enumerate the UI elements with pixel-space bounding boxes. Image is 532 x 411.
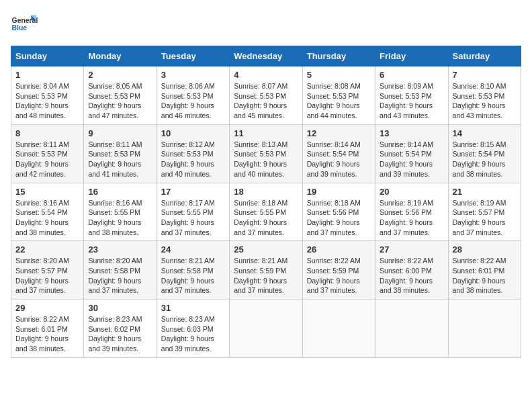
- day-info: Sunrise: 8:12 AMSunset: 5:53 PMDaylight:…: [161, 140, 225, 179]
- calendar-cell: 7Sunrise: 8:10 AMSunset: 5:53 PMDaylight…: [448, 66, 521, 125]
- calendar-cell: [375, 300, 448, 358]
- day-number: 30: [88, 303, 152, 313]
- day-info: Sunrise: 8:14 AMSunset: 5:54 PMDaylight:…: [307, 140, 371, 179]
- calendar-cell: 11Sunrise: 8:13 AMSunset: 5:53 PMDayligh…: [230, 124, 302, 183]
- day-info: Sunrise: 8:22 AMSunset: 6:00 PMDaylight:…: [380, 256, 443, 295]
- calendar-cell: 2Sunrise: 8:05 AMSunset: 5:53 PMDaylight…: [84, 66, 157, 125]
- calendar-cell: 9Sunrise: 8:11 AMSunset: 5:53 PMDaylight…: [84, 124, 157, 183]
- weekday-header-friday: Friday: [375, 46, 448, 66]
- day-info: Sunrise: 8:22 AMSunset: 5:59 PMDaylight:…: [307, 256, 371, 295]
- day-info: Sunrise: 8:22 AMSunset: 6:01 PMDaylight:…: [15, 314, 79, 354]
- day-number: 6: [380, 70, 443, 80]
- calendar-cell: 15Sunrise: 8:16 AMSunset: 5:54 PMDayligh…: [11, 183, 84, 241]
- day-number: 3: [161, 70, 225, 80]
- calendar-week-row: 15Sunrise: 8:16 AMSunset: 5:54 PMDayligh…: [11, 183, 521, 241]
- calendar-cell: 30Sunrise: 8:23 AMSunset: 6:02 PMDayligh…: [84, 300, 157, 358]
- day-number: 27: [380, 244, 443, 255]
- calendar-cell: [230, 300, 302, 358]
- calendar-cell: 5Sunrise: 8:08 AMSunset: 5:53 PMDaylight…: [302, 66, 375, 125]
- calendar-cell: 25Sunrise: 8:21 AMSunset: 5:59 PMDayligh…: [230, 241, 302, 300]
- day-info: Sunrise: 8:20 AMSunset: 5:57 PMDaylight:…: [15, 256, 79, 295]
- day-number: 19: [307, 187, 371, 197]
- logo-icon: General Blue: [11, 11, 38, 38]
- day-info: Sunrise: 8:16 AMSunset: 5:54 PMDaylight:…: [15, 198, 79, 238]
- day-info: Sunrise: 8:04 AMSunset: 5:53 PMDaylight:…: [15, 81, 79, 121]
- calendar-cell: 31Sunrise: 8:23 AMSunset: 6:03 PMDayligh…: [157, 300, 229, 358]
- calendar-cell: 27Sunrise: 8:22 AMSunset: 6:00 PMDayligh…: [375, 241, 448, 300]
- day-info: Sunrise: 8:21 AMSunset: 5:59 PMDaylight:…: [234, 256, 298, 295]
- calendar-cell: 16Sunrise: 8:16 AMSunset: 5:55 PMDayligh…: [84, 183, 157, 241]
- calendar-cell: 1Sunrise: 8:04 AMSunset: 5:53 PMDaylight…: [11, 66, 84, 125]
- calendar-cell: 10Sunrise: 8:12 AMSunset: 5:53 PMDayligh…: [157, 124, 229, 183]
- day-info: Sunrise: 8:10 AMSunset: 5:53 PMDaylight:…: [453, 81, 517, 121]
- day-info: Sunrise: 8:15 AMSunset: 5:54 PMDaylight:…: [453, 140, 517, 179]
- calendar-cell: 26Sunrise: 8:22 AMSunset: 5:59 PMDayligh…: [302, 241, 375, 300]
- day-info: Sunrise: 8:21 AMSunset: 5:58 PMDaylight:…: [161, 256, 225, 295]
- day-number: 7: [453, 70, 517, 80]
- day-info: Sunrise: 8:11 AMSunset: 5:53 PMDaylight:…: [88, 140, 152, 179]
- calendar-cell: 28Sunrise: 8:22 AMSunset: 6:01 PMDayligh…: [448, 241, 521, 300]
- day-number: 4: [234, 70, 298, 80]
- day-info: Sunrise: 8:23 AMSunset: 6:02 PMDaylight:…: [88, 314, 152, 354]
- day-number: 23: [88, 244, 152, 255]
- day-number: 8: [15, 128, 79, 138]
- calendar-week-row: 1Sunrise: 8:04 AMSunset: 5:53 PMDaylight…: [11, 66, 521, 125]
- day-number: 18: [234, 187, 298, 197]
- calendar-cell: 29Sunrise: 8:22 AMSunset: 6:01 PMDayligh…: [11, 300, 84, 358]
- day-number: 11: [234, 128, 298, 138]
- calendar-cell: 19Sunrise: 8:18 AMSunset: 5:56 PMDayligh…: [302, 183, 375, 241]
- calendar-cell: 23Sunrise: 8:20 AMSunset: 5:58 PMDayligh…: [84, 241, 157, 300]
- weekday-header-saturday: Saturday: [448, 46, 521, 66]
- day-number: 22: [15, 244, 79, 255]
- page-header: General Blue: [11, 11, 521, 38]
- calendar-cell: 17Sunrise: 8:17 AMSunset: 5:55 PMDayligh…: [157, 183, 229, 241]
- svg-text:Blue: Blue: [12, 24, 28, 32]
- calendar-week-row: 8Sunrise: 8:11 AMSunset: 5:53 PMDaylight…: [11, 124, 521, 183]
- day-number: 1: [15, 70, 79, 80]
- calendar-cell: 6Sunrise: 8:09 AMSunset: 5:53 PMDaylight…: [375, 66, 448, 125]
- calendar-cell: 18Sunrise: 8:18 AMSunset: 5:55 PMDayligh…: [230, 183, 302, 241]
- day-info: Sunrise: 8:18 AMSunset: 5:56 PMDaylight:…: [307, 198, 371, 238]
- day-number: 2: [88, 70, 152, 80]
- day-number: 13: [380, 128, 443, 138]
- calendar-cell: 14Sunrise: 8:15 AMSunset: 5:54 PMDayligh…: [448, 124, 521, 183]
- calendar-week-row: 22Sunrise: 8:20 AMSunset: 5:57 PMDayligh…: [11, 241, 521, 300]
- calendar-cell: 12Sunrise: 8:14 AMSunset: 5:54 PMDayligh…: [302, 124, 375, 183]
- day-info: Sunrise: 8:06 AMSunset: 5:53 PMDaylight:…: [161, 81, 225, 121]
- calendar-cell: 3Sunrise: 8:06 AMSunset: 5:53 PMDaylight…: [157, 66, 229, 125]
- day-number: 15: [15, 187, 79, 197]
- calendar-cell: [302, 300, 375, 358]
- day-info: Sunrise: 8:19 AMSunset: 5:56 PMDaylight:…: [380, 198, 443, 238]
- day-number: 31: [161, 303, 225, 313]
- calendar-week-row: 29Sunrise: 8:22 AMSunset: 6:01 PMDayligh…: [11, 300, 521, 358]
- day-info: Sunrise: 8:16 AMSunset: 5:55 PMDaylight:…: [88, 198, 152, 238]
- day-number: 17: [161, 187, 225, 197]
- day-info: Sunrise: 8:17 AMSunset: 5:55 PMDaylight:…: [161, 198, 225, 238]
- logo: General Blue: [11, 11, 38, 38]
- calendar-cell: [448, 300, 521, 358]
- day-info: Sunrise: 8:09 AMSunset: 5:53 PMDaylight:…: [380, 81, 443, 121]
- calendar-header-row: SundayMondayTuesdayWednesdayThursdayFrid…: [11, 46, 521, 66]
- weekday-header-thursday: Thursday: [302, 46, 375, 66]
- day-number: 9: [88, 128, 152, 138]
- day-info: Sunrise: 8:05 AMSunset: 5:53 PMDaylight:…: [88, 81, 152, 121]
- day-info: Sunrise: 8:22 AMSunset: 6:01 PMDaylight:…: [453, 256, 517, 295]
- day-number: 28: [453, 244, 517, 255]
- day-number: 26: [307, 244, 371, 255]
- day-info: Sunrise: 8:18 AMSunset: 5:55 PMDaylight:…: [234, 198, 298, 238]
- day-number: 5: [307, 70, 371, 80]
- day-info: Sunrise: 8:07 AMSunset: 5:53 PMDaylight:…: [234, 81, 298, 121]
- day-number: 24: [161, 244, 225, 255]
- weekday-header-wednesday: Wednesday: [230, 46, 302, 66]
- calendar-cell: 24Sunrise: 8:21 AMSunset: 5:58 PMDayligh…: [157, 241, 229, 300]
- day-info: Sunrise: 8:19 AMSunset: 5:57 PMDaylight:…: [453, 198, 517, 238]
- day-info: Sunrise: 8:13 AMSunset: 5:53 PMDaylight:…: [234, 140, 298, 179]
- weekday-header-sunday: Sunday: [11, 46, 84, 66]
- calendar-cell: 22Sunrise: 8:20 AMSunset: 5:57 PMDayligh…: [11, 241, 84, 300]
- calendar-cell: 21Sunrise: 8:19 AMSunset: 5:57 PMDayligh…: [448, 183, 521, 241]
- day-number: 29: [15, 303, 79, 313]
- weekday-header-tuesday: Tuesday: [157, 46, 229, 66]
- day-info: Sunrise: 8:23 AMSunset: 6:03 PMDaylight:…: [161, 314, 225, 354]
- calendar-table: SundayMondayTuesdayWednesdayThursdayFrid…: [11, 46, 521, 358]
- day-number: 12: [307, 128, 371, 138]
